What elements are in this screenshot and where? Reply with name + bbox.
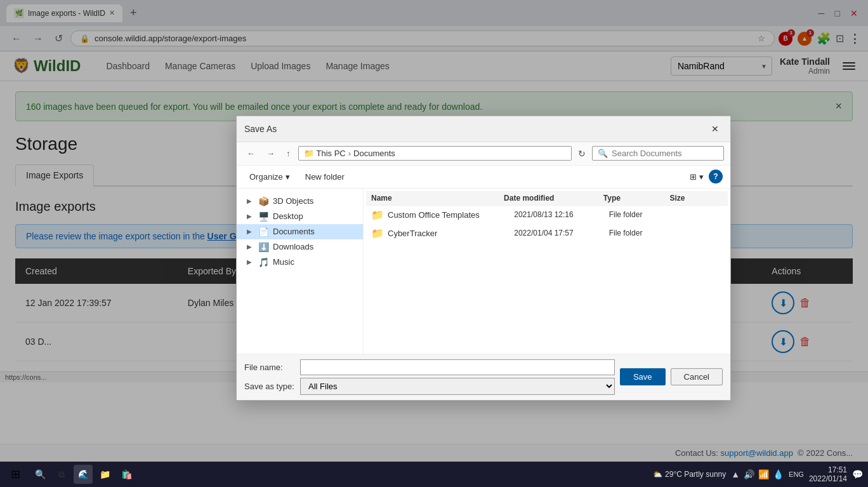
organize-label: Organize — [249, 171, 283, 181]
file-name: CyberTracker — [388, 228, 514, 237]
view-chevron: ▾ — [699, 171, 704, 181]
dialog-sidebar: ▶ 📦 3D Objects ▶ 🖥️ Desktop ▶ 📄 Document… — [237, 188, 364, 353]
expand-icon: ▶ — [247, 258, 254, 265]
dialog-footer: File name: Save as type: All Files Save … — [237, 353, 730, 382]
file-name: Custom Office Templates — [388, 210, 514, 219]
dialog-help-button[interactable]: ? — [709, 170, 723, 183]
footer-filename-row: File name: Save as type: All Files — [244, 359, 615, 382]
file-col-date: Date modified — [504, 193, 603, 202]
expand-icon: ▶ — [247, 213, 254, 220]
file-col-type: Type — [603, 193, 670, 202]
folder-icon: 🖥️ — [258, 211, 269, 221]
filename-input[interactable] — [300, 359, 615, 375]
file-type: File folder — [609, 229, 673, 237]
save-dialog: Save As ✕ ← → ↑ 📁 This PC › Documents ↻ … — [236, 115, 731, 382]
sidebar-item-label: Documents — [273, 227, 315, 236]
dialog-save-button[interactable]: Save — [620, 368, 666, 382]
dialog-body: ▶ 📦 3D Objects ▶ 🖥️ Desktop ▶ 📄 Document… — [237, 188, 730, 353]
dialog-up-button[interactable]: ↑ — [282, 146, 294, 161]
dialog-sidebar-item[interactable]: ▶ 🖥️ Desktop — [237, 208, 363, 223]
filename-label: File name: — [244, 362, 295, 371]
file-row[interactable]: 📁 Custom Office Templates 2021/08/13 12:… — [366, 205, 728, 223]
search-bar[interactable]: 🔍 — [592, 146, 724, 161]
file-date: 2021/08/13 12:16 — [514, 210, 608, 219]
dialog-cancel-button[interactable]: Cancel — [671, 368, 723, 382]
file-col-size: Size — [669, 193, 723, 202]
file-list-header: Name Date modified Type Size — [366, 190, 728, 205]
file-type: File folder — [609, 210, 673, 219]
folder-icon: ⬇️ — [258, 241, 269, 251]
organize-chevron: ▾ — [286, 171, 290, 181]
sidebar-item-label: Music — [273, 257, 294, 267]
dialog-titlebar: Save As ✕ — [237, 116, 730, 142]
folder-icon: 📁 — [371, 227, 384, 239]
dialog-close-button[interactable]: ✕ — [707, 121, 723, 136]
search-input[interactable] — [612, 149, 718, 158]
expand-icon: ▶ — [247, 228, 254, 235]
folder-icon: 📦 — [258, 196, 269, 206]
sidebar-item-label: 3D Objects — [273, 196, 313, 206]
dialog-back-button[interactable]: ← — [243, 146, 259, 161]
dialog-sidebar-item[interactable]: ▶ 📄 Documents — [237, 223, 363, 239]
new-folder-button[interactable]: New folder — [300, 169, 350, 183]
dialog-sidebar-item[interactable]: ▶ 📦 3D Objects — [237, 193, 363, 208]
file-rows: 📁 Custom Office Templates 2021/08/13 12:… — [366, 205, 728, 242]
search-icon: 🔍 — [598, 149, 608, 158]
dialog-forward-button[interactable]: → — [263, 146, 279, 161]
sidebar-item-label: Desktop — [273, 211, 303, 221]
dialog-sidebar-item[interactable]: ▶ ⬇️ Downloads — [237, 239, 363, 254]
breadcrumb-bar: 📁 This PC › Documents — [298, 146, 572, 161]
file-date: 2022/01/04 17:57 — [514, 229, 608, 237]
view-options-button[interactable]: ⊞ ▾ — [690, 171, 704, 181]
dialog-nav: ← → ↑ 📁 This PC › Documents ↻ 🔍 — [237, 142, 730, 165]
dialog-file-list: Name Date modified Type Size 📁 Custom Of… — [364, 188, 730, 353]
sidebar-item-label: Downloads — [273, 242, 313, 251]
folder-icon: 📄 — [258, 226, 269, 236]
expand-icon: ▶ — [247, 243, 254, 250]
file-col-name: Name — [371, 193, 504, 202]
breadcrumb-separator: › — [348, 149, 351, 158]
folder-icon: 🎵 — [258, 257, 269, 267]
dialog-sidebar-item[interactable]: ▶ 🎵 Music — [237, 254, 363, 269]
file-row[interactable]: 📁 CyberTracker 2022/01/04 17:57 File fol… — [366, 223, 728, 242]
filetype-label: Save as type: — [244, 381, 295, 382]
view-icon: ⊞ — [690, 171, 697, 181]
dialog-toolbar: Organize ▾ New folder ⊞ ▾ ? — [237, 165, 730, 188]
dialog-title: Save As — [244, 123, 277, 133]
folder-icon: 📁 — [371, 208, 384, 220]
dialog-refresh-button[interactable]: ↻ — [575, 145, 588, 161]
filetype-select[interactable]: All Files — [300, 377, 615, 382]
expand-icon: ▶ — [247, 197, 254, 204]
organize-button[interactable]: Organize ▾ — [244, 169, 295, 183]
breadcrumb-icon: 📁 — [304, 149, 314, 158]
breadcrumb-root: This PC — [317, 149, 346, 158]
breadcrumb-folder: Documents — [353, 149, 395, 158]
